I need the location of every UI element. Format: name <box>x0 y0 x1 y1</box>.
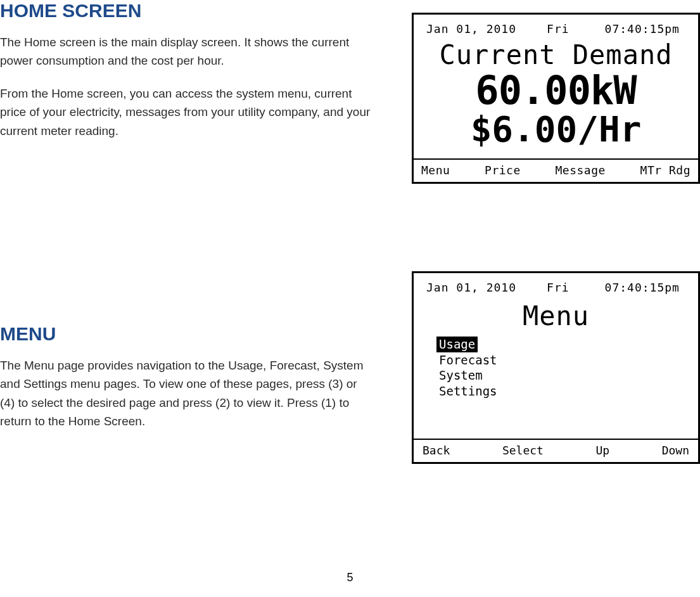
lcd-softkeys: Menu Price Message MTr Rdg <box>414 158 698 182</box>
softkey-select[interactable]: Select <box>502 444 544 457</box>
menu-list: Usage Forecast System Settings <box>414 337 698 399</box>
lcd-value-cost: $6.00/Hr <box>414 108 698 150</box>
lcd-date: Jan 01, 2010 <box>426 22 516 35</box>
menu-item-settings[interactable]: Settings <box>436 383 500 399</box>
home-screen-heading: HOME SCREEN <box>0 0 374 22</box>
menu-item-usage[interactable]: Usage <box>436 337 478 352</box>
menu-para-1: The Menu page provides navigation to the… <box>0 356 374 431</box>
home-screen-para-1: The Home screen is the main display scre… <box>0 33 374 70</box>
softkey-mtr-rdg[interactable]: MTr Rdg <box>640 164 690 177</box>
lcd-header: Jan 01, 2010 Fri 07:40:15pm <box>414 273 698 297</box>
menu-section: MENU The Menu page provides navigation t… <box>0 323 374 445</box>
softkey-menu[interactable]: Menu <box>421 164 450 177</box>
home-screen-section: HOME SCREEN The Home screen is the main … <box>0 0 374 154</box>
home-screen-para-2: From the Home screen, you can access the… <box>0 84 374 140</box>
lcd-softkeys: Back Select Up Down <box>414 439 698 462</box>
lcd-title: Current Demand <box>414 39 698 70</box>
softkey-message[interactable]: Message <box>556 164 606 177</box>
lcd-header: Jan 01, 2010 Fri 07:40:15pm <box>414 15 698 38</box>
menu-item-forecast[interactable]: Forecast <box>436 352 500 368</box>
lcd-date: Jan 01, 2010 <box>426 281 516 294</box>
page-number: 5 <box>0 571 700 584</box>
menu-screen-lcd: Jan 01, 2010 Fri 07:40:15pm Menu Usage F… <box>412 271 700 464</box>
softkey-price[interactable]: Price <box>485 164 521 177</box>
softkey-down[interactable]: Down <box>662 444 689 457</box>
lcd-dow: Fri <box>547 22 570 35</box>
menu-heading: MENU <box>0 323 374 345</box>
softkey-back[interactable]: Back <box>423 444 450 457</box>
menu-item-system[interactable]: System <box>436 368 485 383</box>
lcd-time: 07:40:15pm <box>605 281 680 294</box>
lcd-menu-title: Menu <box>414 300 698 331</box>
lcd-time: 07:40:15pm <box>605 22 680 35</box>
lcd-dow: Fri <box>547 281 570 294</box>
softkey-up[interactable]: Up <box>595 444 609 457</box>
lcd-value-power: 60.00kW <box>414 67 698 113</box>
home-screen-lcd: Jan 01, 2010 Fri 07:40:15pm Current Dema… <box>412 13 700 184</box>
